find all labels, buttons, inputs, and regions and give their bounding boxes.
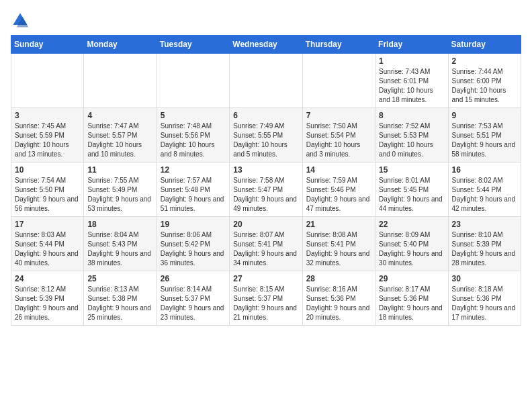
calendar-cell: 23Sunrise: 8:10 AM Sunset: 5:39 PM Dayli… xyxy=(448,217,521,271)
logo-icon xyxy=(11,11,30,30)
day-info: Sunrise: 7:50 AM Sunset: 5:54 PM Dayligh… xyxy=(306,122,371,159)
day-info: Sunrise: 8:08 AM Sunset: 5:41 PM Dayligh… xyxy=(306,230,371,268)
day-info: Sunrise: 7:53 AM Sunset: 5:51 PM Dayligh… xyxy=(452,122,517,159)
calendar-header-row: SundayMondayTuesdayWednesdayThursdayFrid… xyxy=(11,36,521,54)
calendar-cell xyxy=(84,54,157,108)
day-info: Sunrise: 7:49 AM Sunset: 5:55 PM Dayligh… xyxy=(233,122,298,159)
day-info: Sunrise: 7:44 AM Sunset: 6:00 PM Dayligh… xyxy=(452,67,517,105)
calendar-cell xyxy=(11,54,84,108)
day-number: 2 xyxy=(452,56,517,66)
day-info: Sunrise: 7:52 AM Sunset: 5:53 PM Dayligh… xyxy=(379,122,444,159)
calendar-table: SundayMondayTuesdayWednesdayThursdayFrid… xyxy=(11,35,521,326)
calendar-week-row: 1Sunrise: 7:43 AM Sunset: 6:01 PM Daylig… xyxy=(11,54,521,108)
day-info: Sunrise: 8:04 AM Sunset: 5:43 PM Dayligh… xyxy=(87,230,152,268)
day-info: Sunrise: 7:59 AM Sunset: 5:46 PM Dayligh… xyxy=(306,176,371,214)
calendar-cell: 14Sunrise: 7:59 AM Sunset: 5:46 PM Dayli… xyxy=(302,163,375,217)
day-number: 5 xyxy=(161,111,226,120)
day-number: 14 xyxy=(306,165,371,175)
column-header-thursday: Thursday xyxy=(302,36,375,54)
day-info: Sunrise: 8:18 AM Sunset: 5:36 PM Dayligh… xyxy=(452,285,517,322)
day-number: 1 xyxy=(379,56,444,66)
day-number: 17 xyxy=(15,220,80,229)
column-header-sunday: Sunday xyxy=(11,36,84,54)
day-number: 11 xyxy=(87,165,152,175)
calendar-cell: 10Sunrise: 7:54 AM Sunset: 5:50 PM Dayli… xyxy=(11,163,84,217)
calendar-cell: 16Sunrise: 8:02 AM Sunset: 5:44 PM Dayli… xyxy=(448,163,521,217)
day-number: 29 xyxy=(379,274,444,283)
day-info: Sunrise: 7:54 AM Sunset: 5:50 PM Dayligh… xyxy=(15,176,80,214)
day-info: Sunrise: 7:48 AM Sunset: 5:56 PM Dayligh… xyxy=(161,122,226,159)
calendar-week-row: 10Sunrise: 7:54 AM Sunset: 5:50 PM Dayli… xyxy=(11,163,521,217)
calendar-cell: 11Sunrise: 7:55 AM Sunset: 5:49 PM Dayli… xyxy=(84,163,157,217)
calendar-cell: 19Sunrise: 8:06 AM Sunset: 5:42 PM Dayli… xyxy=(157,217,229,271)
day-number: 21 xyxy=(306,220,371,229)
logo xyxy=(11,11,32,30)
column-header-saturday: Saturday xyxy=(448,36,521,54)
calendar-week-row: 24Sunrise: 8:12 AM Sunset: 5:39 PM Dayli… xyxy=(11,271,521,326)
calendar-cell: 9Sunrise: 7:53 AM Sunset: 5:51 PM Daylig… xyxy=(448,108,521,163)
day-number: 15 xyxy=(379,165,444,175)
calendar-cell: 25Sunrise: 8:13 AM Sunset: 5:38 PM Dayli… xyxy=(84,271,157,326)
calendar-cell: 28Sunrise: 8:16 AM Sunset: 5:36 PM Dayli… xyxy=(302,271,375,326)
day-info: Sunrise: 8:15 AM Sunset: 5:37 PM Dayligh… xyxy=(233,285,298,322)
day-info: Sunrise: 8:17 AM Sunset: 5:36 PM Dayligh… xyxy=(379,285,444,322)
day-number: 26 xyxy=(161,274,226,283)
calendar-cell: 6Sunrise: 7:49 AM Sunset: 5:55 PM Daylig… xyxy=(230,108,302,163)
day-info: Sunrise: 7:47 AM Sunset: 5:57 PM Dayligh… xyxy=(87,122,152,159)
calendar-cell: 2Sunrise: 7:44 AM Sunset: 6:00 PM Daylig… xyxy=(448,54,521,108)
day-number: 12 xyxy=(161,165,226,175)
day-info: Sunrise: 7:58 AM Sunset: 5:47 PM Dayligh… xyxy=(233,176,298,214)
day-number: 4 xyxy=(87,111,152,120)
calendar-cell: 26Sunrise: 8:14 AM Sunset: 5:37 PM Dayli… xyxy=(157,271,229,326)
day-number: 7 xyxy=(306,111,371,120)
calendar-cell: 22Sunrise: 8:09 AM Sunset: 5:40 PM Dayli… xyxy=(375,217,448,271)
day-info: Sunrise: 8:03 AM Sunset: 5:44 PM Dayligh… xyxy=(15,230,80,268)
calendar-cell: 15Sunrise: 8:01 AM Sunset: 5:45 PM Dayli… xyxy=(375,163,448,217)
day-number: 28 xyxy=(306,274,371,283)
calendar-cell xyxy=(230,54,302,108)
day-number: 27 xyxy=(233,274,298,283)
calendar-cell: 12Sunrise: 7:57 AM Sunset: 5:48 PM Dayli… xyxy=(157,163,229,217)
calendar-cell: 27Sunrise: 8:15 AM Sunset: 5:37 PM Dayli… xyxy=(230,271,302,326)
calendar-cell xyxy=(157,54,229,108)
calendar-week-row: 3Sunrise: 7:45 AM Sunset: 5:59 PM Daylig… xyxy=(11,108,521,163)
day-number: 30 xyxy=(452,274,517,283)
calendar-cell: 4Sunrise: 7:47 AM Sunset: 5:57 PM Daylig… xyxy=(84,108,157,163)
day-number: 10 xyxy=(15,165,80,175)
column-header-monday: Monday xyxy=(84,36,157,54)
calendar-cell: 20Sunrise: 8:07 AM Sunset: 5:41 PM Dayli… xyxy=(230,217,302,271)
day-info: Sunrise: 8:06 AM Sunset: 5:42 PM Dayligh… xyxy=(161,230,226,268)
calendar-cell: 5Sunrise: 7:48 AM Sunset: 5:56 PM Daylig… xyxy=(157,108,229,163)
day-info: Sunrise: 8:14 AM Sunset: 5:37 PM Dayligh… xyxy=(161,285,226,322)
day-number: 18 xyxy=(87,220,152,229)
day-info: Sunrise: 8:07 AM Sunset: 5:41 PM Dayligh… xyxy=(233,230,298,268)
day-number: 22 xyxy=(379,220,444,229)
day-number: 13 xyxy=(233,165,298,175)
day-info: Sunrise: 7:45 AM Sunset: 5:59 PM Dayligh… xyxy=(15,122,80,159)
calendar-cell: 29Sunrise: 8:17 AM Sunset: 5:36 PM Dayli… xyxy=(375,271,448,326)
calendar-cell: 1Sunrise: 7:43 AM Sunset: 6:01 PM Daylig… xyxy=(375,54,448,108)
day-number: 6 xyxy=(233,111,298,120)
day-number: 23 xyxy=(452,220,517,229)
day-info: Sunrise: 7:43 AM Sunset: 6:01 PM Dayligh… xyxy=(379,67,444,105)
day-info: Sunrise: 8:12 AM Sunset: 5:39 PM Dayligh… xyxy=(15,285,80,322)
day-info: Sunrise: 8:09 AM Sunset: 5:40 PM Dayligh… xyxy=(379,230,444,268)
calendar-week-row: 17Sunrise: 8:03 AM Sunset: 5:44 PM Dayli… xyxy=(11,217,521,271)
calendar-cell: 7Sunrise: 7:50 AM Sunset: 5:54 PM Daylig… xyxy=(302,108,375,163)
day-info: Sunrise: 8:10 AM Sunset: 5:39 PM Dayligh… xyxy=(452,230,517,268)
page-header xyxy=(11,11,521,30)
day-info: Sunrise: 8:16 AM Sunset: 5:36 PM Dayligh… xyxy=(306,285,371,322)
calendar-cell: 17Sunrise: 8:03 AM Sunset: 5:44 PM Dayli… xyxy=(11,217,84,271)
day-number: 25 xyxy=(87,274,152,283)
day-number: 20 xyxy=(233,220,298,229)
calendar-cell: 21Sunrise: 8:08 AM Sunset: 5:41 PM Dayli… xyxy=(302,217,375,271)
day-number: 3 xyxy=(15,111,80,120)
day-info: Sunrise: 8:13 AM Sunset: 5:38 PM Dayligh… xyxy=(87,285,152,322)
calendar-cell: 13Sunrise: 7:58 AM Sunset: 5:47 PM Dayli… xyxy=(230,163,302,217)
day-info: Sunrise: 7:55 AM Sunset: 5:49 PM Dayligh… xyxy=(87,176,152,214)
column-header-wednesday: Wednesday xyxy=(230,36,302,54)
day-number: 24 xyxy=(15,274,80,283)
day-info: Sunrise: 8:01 AM Sunset: 5:45 PM Dayligh… xyxy=(379,176,444,214)
calendar-cell: 30Sunrise: 8:18 AM Sunset: 5:36 PM Dayli… xyxy=(448,271,521,326)
column-header-friday: Friday xyxy=(375,36,448,54)
